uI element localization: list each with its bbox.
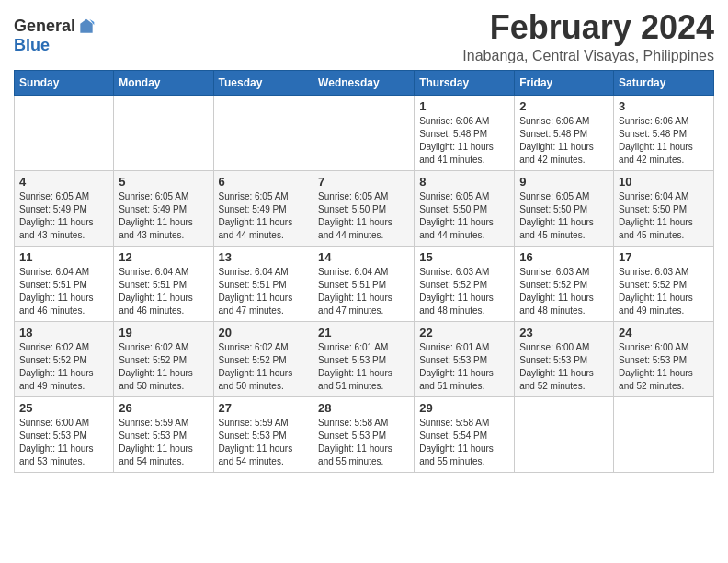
day-info: Sunrise: 6:04 AM Sunset: 5:50 PM Dayligh… <box>619 190 709 242</box>
day-info: Sunrise: 6:03 AM Sunset: 5:52 PM Dayligh… <box>619 266 709 317</box>
day-number: 29 <box>419 401 509 415</box>
day-info: Sunrise: 6:05 AM Sunset: 5:49 PM Dayligh… <box>119 190 208 242</box>
day-info: Sunrise: 6:03 AM Sunset: 5:52 PM Dayligh… <box>419 266 509 317</box>
day-info: Sunrise: 6:04 AM Sunset: 5:51 PM Dayligh… <box>119 266 208 317</box>
day-number: 11 <box>19 250 108 264</box>
calendar-cell: 28Sunrise: 5:58 AM Sunset: 5:53 PM Dayli… <box>313 396 415 472</box>
day-number: 19 <box>119 326 208 339</box>
logo-blue-text: Blue <box>14 36 50 55</box>
day-info: Sunrise: 5:58 AM Sunset: 5:53 PM Dayligh… <box>318 417 409 468</box>
calendar-cell <box>614 396 714 472</box>
calendar-cell: 12Sunrise: 6:04 AM Sunset: 5:51 PM Dayli… <box>114 246 213 321</box>
day-info: Sunrise: 6:06 AM Sunset: 5:48 PM Dayligh… <box>619 115 709 167</box>
day-number: 13 <box>219 250 309 264</box>
calendar-week-row: 1Sunrise: 6:06 AM Sunset: 5:48 PM Daylig… <box>15 95 714 170</box>
calendar-header-tuesday: Tuesday <box>213 70 313 95</box>
calendar-header-thursday: Thursday <box>415 70 515 95</box>
day-number: 21 <box>318 326 409 339</box>
calendar-cell <box>114 95 213 170</box>
day-info: Sunrise: 6:06 AM Sunset: 5:48 PM Dayligh… <box>519 115 609 167</box>
logo: General Blue <box>14 17 96 55</box>
logo-icon <box>77 17 96 36</box>
calendar-cell: 3Sunrise: 6:06 AM Sunset: 5:48 PM Daylig… <box>614 95 714 170</box>
calendar-header-friday: Friday <box>515 70 614 95</box>
day-info: Sunrise: 6:03 AM Sunset: 5:52 PM Dayligh… <box>519 266 609 317</box>
day-number: 28 <box>318 401 409 415</box>
calendar-cell: 16Sunrise: 6:03 AM Sunset: 5:52 PM Dayli… <box>515 246 614 321</box>
calendar-week-row: 18Sunrise: 6:02 AM Sunset: 5:52 PM Dayli… <box>15 321 714 396</box>
day-number: 12 <box>119 250 208 264</box>
calendar-week-row: 11Sunrise: 6:04 AM Sunset: 5:51 PM Dayli… <box>15 246 714 321</box>
logo-general-text: General <box>14 17 75 36</box>
day-number: 2 <box>519 99 609 113</box>
day-number: 23 <box>519 326 609 339</box>
day-info: Sunrise: 6:05 AM Sunset: 5:50 PM Dayligh… <box>419 190 509 242</box>
day-number: 3 <box>619 99 709 113</box>
calendar-cell: 2Sunrise: 6:06 AM Sunset: 5:48 PM Daylig… <box>515 95 614 170</box>
day-info: Sunrise: 5:58 AM Sunset: 5:54 PM Dayligh… <box>419 417 509 468</box>
calendar-cell: 1Sunrise: 6:06 AM Sunset: 5:48 PM Daylig… <box>415 95 515 170</box>
calendar-week-row: 25Sunrise: 6:00 AM Sunset: 5:53 PM Dayli… <box>15 396 714 472</box>
day-number: 18 <box>19 326 108 339</box>
calendar-cell: 14Sunrise: 6:04 AM Sunset: 5:51 PM Dayli… <box>313 246 415 321</box>
calendar-cell: 23Sunrise: 6:00 AM Sunset: 5:53 PM Dayli… <box>515 321 614 396</box>
day-number: 5 <box>119 175 208 189</box>
calendar-table: SundayMondayTuesdayWednesdayThursdayFrid… <box>14 70 714 473</box>
day-info: Sunrise: 6:05 AM Sunset: 5:49 PM Dayligh… <box>219 190 309 242</box>
day-info: Sunrise: 6:00 AM Sunset: 5:53 PM Dayligh… <box>19 417 108 468</box>
day-info: Sunrise: 6:05 AM Sunset: 5:49 PM Dayligh… <box>19 190 108 242</box>
calendar-cell: 20Sunrise: 6:02 AM Sunset: 5:52 PM Dayli… <box>213 321 313 396</box>
calendar-cell: 9Sunrise: 6:05 AM Sunset: 5:50 PM Daylig… <box>515 170 614 246</box>
day-number: 17 <box>619 250 709 264</box>
day-number: 27 <box>219 401 309 415</box>
calendar-cell: 19Sunrise: 6:02 AM Sunset: 5:52 PM Dayli… <box>114 321 213 396</box>
calendar-cell: 4Sunrise: 6:05 AM Sunset: 5:49 PM Daylig… <box>15 170 114 246</box>
day-number: 20 <box>219 326 309 339</box>
calendar-cell <box>313 95 415 170</box>
location-title: Inabanga, Central Visayas, Philippines <box>462 48 714 64</box>
calendar-cell: 26Sunrise: 5:59 AM Sunset: 5:53 PM Dayli… <box>114 396 213 472</box>
day-number: 15 <box>419 250 509 264</box>
day-number: 7 <box>318 175 409 189</box>
day-info: Sunrise: 5:59 AM Sunset: 5:53 PM Dayligh… <box>119 417 208 468</box>
calendar-cell <box>515 396 614 472</box>
calendar-cell: 6Sunrise: 6:05 AM Sunset: 5:49 PM Daylig… <box>213 170 313 246</box>
day-number: 6 <box>219 175 309 189</box>
day-info: Sunrise: 6:02 AM Sunset: 5:52 PM Dayligh… <box>219 341 309 393</box>
calendar-cell: 22Sunrise: 6:01 AM Sunset: 5:53 PM Dayli… <box>415 321 515 396</box>
calendar-header-sunday: Sunday <box>15 70 114 95</box>
day-info: Sunrise: 6:04 AM Sunset: 5:51 PM Dayligh… <box>318 266 409 317</box>
calendar-cell: 5Sunrise: 6:05 AM Sunset: 5:49 PM Daylig… <box>114 170 213 246</box>
calendar-cell: 11Sunrise: 6:04 AM Sunset: 5:51 PM Dayli… <box>15 246 114 321</box>
calendar-cell <box>15 95 114 170</box>
day-info: Sunrise: 6:01 AM Sunset: 5:53 PM Dayligh… <box>318 341 409 393</box>
calendar-header-monday: Monday <box>114 70 213 95</box>
calendar-cell: 15Sunrise: 6:03 AM Sunset: 5:52 PM Dayli… <box>415 246 515 321</box>
day-number: 9 <box>519 175 609 189</box>
calendar-cell: 29Sunrise: 5:58 AM Sunset: 5:54 PM Dayli… <box>415 396 515 472</box>
day-number: 1 <box>419 99 509 113</box>
calendar-cell: 27Sunrise: 5:59 AM Sunset: 5:53 PM Dayli… <box>213 396 313 472</box>
day-info: Sunrise: 6:06 AM Sunset: 5:48 PM Dayligh… <box>419 115 509 167</box>
calendar-cell: 24Sunrise: 6:00 AM Sunset: 5:53 PM Dayli… <box>614 321 714 396</box>
day-info: Sunrise: 6:02 AM Sunset: 5:52 PM Dayligh… <box>119 341 208 393</box>
day-number: 14 <box>318 250 409 264</box>
day-number: 4 <box>19 175 108 189</box>
calendar-header-wednesday: Wednesday <box>313 70 415 95</box>
calendar-header-row: SundayMondayTuesdayWednesdayThursdayFrid… <box>15 70 714 95</box>
day-info: Sunrise: 6:02 AM Sunset: 5:52 PM Dayligh… <box>19 341 108 393</box>
day-info: Sunrise: 6:05 AM Sunset: 5:50 PM Dayligh… <box>318 190 409 242</box>
day-number: 25 <box>19 401 108 415</box>
day-number: 8 <box>419 175 509 189</box>
day-info: Sunrise: 6:00 AM Sunset: 5:53 PM Dayligh… <box>519 341 609 393</box>
calendar-cell: 13Sunrise: 6:04 AM Sunset: 5:51 PM Dayli… <box>213 246 313 321</box>
calendar-cell: 18Sunrise: 6:02 AM Sunset: 5:52 PM Dayli… <box>15 321 114 396</box>
day-number: 10 <box>619 175 709 189</box>
day-info: Sunrise: 6:01 AM Sunset: 5:53 PM Dayligh… <box>419 341 509 393</box>
calendar-cell: 10Sunrise: 6:04 AM Sunset: 5:50 PM Dayli… <box>614 170 714 246</box>
day-info: Sunrise: 6:04 AM Sunset: 5:51 PM Dayligh… <box>219 266 309 317</box>
day-number: 26 <box>119 401 208 415</box>
calendar-cell: 7Sunrise: 6:05 AM Sunset: 5:50 PM Daylig… <box>313 170 415 246</box>
day-info: Sunrise: 6:04 AM Sunset: 5:51 PM Dayligh… <box>19 266 108 317</box>
calendar-cell: 17Sunrise: 6:03 AM Sunset: 5:52 PM Dayli… <box>614 246 714 321</box>
